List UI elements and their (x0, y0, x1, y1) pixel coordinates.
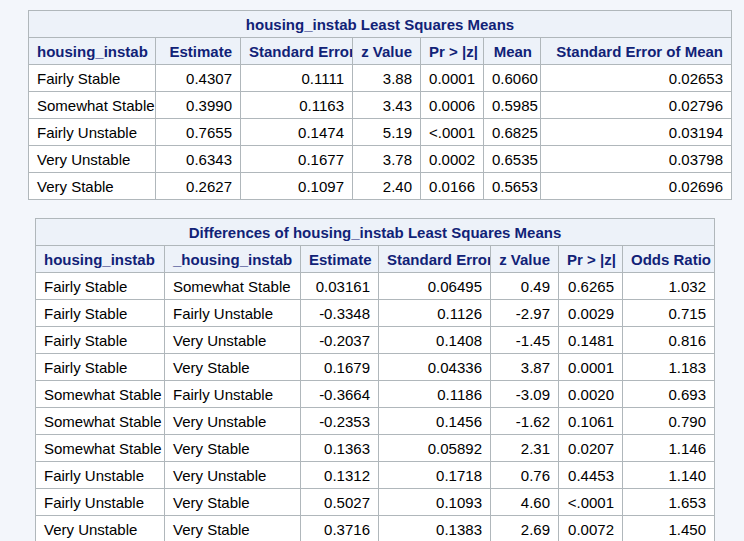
table-cell: 0.49 (491, 273, 559, 300)
column-header: Pr > |z| (421, 38, 484, 65)
table-cell: 0.5985 (484, 92, 541, 119)
table-cell: 1.183 (623, 354, 715, 381)
table-cell: 0.1186 (379, 381, 491, 408)
table-cell: 5.19 (353, 119, 421, 146)
column-header: Standard Error (379, 246, 491, 273)
table-row: Fairly UnstableVery Stable0.50270.10934.… (36, 489, 715, 516)
table-row: Somewhat StableFairly Unstable-0.36640.1… (36, 381, 715, 408)
table-cell: 4.60 (491, 489, 559, 516)
table-cell: 0.3716 (301, 516, 379, 541)
table-cell: <.0001 (421, 119, 484, 146)
table-cell: Fairly Unstable (165, 381, 301, 408)
column-header: z Value (491, 246, 559, 273)
table-cell: Very Stable (165, 516, 301, 541)
table-cell: 0.0001 (559, 354, 623, 381)
table-row: Fairly Stable0.43070.11113.880.00010.606… (29, 65, 732, 92)
table-cell: 2.69 (491, 516, 559, 541)
table-cell: 0.03798 (541, 146, 732, 173)
table-cell: Very Unstable (36, 516, 165, 541)
table-cell: 0.1456 (379, 408, 491, 435)
table-cell: 0.0020 (559, 381, 623, 408)
results-page: housing_instab Least Squares Meanshousin… (0, 0, 744, 541)
table-cell: 0.06495 (379, 273, 491, 300)
table-row: Fairly StableSomewhat Stable0.031610.064… (36, 273, 715, 300)
column-header: Estimate (156, 38, 241, 65)
table-cell: 0.6343 (156, 146, 241, 173)
table-cell: Fairly Stable (36, 273, 165, 300)
table-cell: 0.05892 (379, 435, 491, 462)
table-cell: Fairly Unstable (36, 462, 165, 489)
table-cell: Very Unstable (165, 327, 301, 354)
table-cell: Somewhat Stable (165, 273, 301, 300)
table-cell: -0.3664 (301, 381, 379, 408)
table-cell: 0.1383 (379, 516, 491, 541)
table-cell: Fairly Stable (36, 354, 165, 381)
table-cell: 0.02653 (541, 65, 732, 92)
table-cell: 1.146 (623, 435, 715, 462)
table-cell: 0.4453 (559, 462, 623, 489)
column-header: housing_instab (29, 38, 156, 65)
table-cell: 0.1126 (379, 300, 491, 327)
table-cell: 0.03194 (541, 119, 732, 146)
table-row: Somewhat StableVery Stable0.13630.058922… (36, 435, 715, 462)
column-header: Estimate (301, 246, 379, 273)
table-cell: 0.0001 (421, 65, 484, 92)
table-cell: 0.6060 (484, 65, 541, 92)
table-cell: 0.1111 (241, 65, 353, 92)
table-cell: 0.04336 (379, 354, 491, 381)
table-cell: 1.140 (623, 462, 715, 489)
column-header: Standard Error of Mean (541, 38, 732, 65)
table-cell: 0.3990 (156, 92, 241, 119)
table-cell: 3.87 (491, 354, 559, 381)
table-cell: 0.03161 (301, 273, 379, 300)
table-row: Fairly StableVery Stable0.16790.043363.8… (36, 354, 715, 381)
table-cell: 0.693 (623, 381, 715, 408)
column-header: Odds Ratio (623, 246, 715, 273)
table-cell: 0.5653 (484, 173, 541, 200)
table-cell: Somewhat Stable (36, 435, 165, 462)
table-cell: 0.0072 (559, 516, 623, 541)
table-cell: Fairly Unstable (165, 300, 301, 327)
table-cell: 0.1718 (379, 462, 491, 489)
table-cell: 2.31 (491, 435, 559, 462)
table-cell: 0.6535 (484, 146, 541, 173)
table-cell: 0.0006 (421, 92, 484, 119)
table-cell: 3.43 (353, 92, 421, 119)
table-header-row: housing_instab_housing_instabEstimateSta… (36, 246, 715, 273)
column-header: Standard Error (241, 38, 353, 65)
table-cell: 0.1061 (559, 408, 623, 435)
table-cell: Very Stable (165, 435, 301, 462)
table-cell: 0.1093 (379, 489, 491, 516)
column-header: Mean (484, 38, 541, 65)
table-cell: Very Unstable (29, 146, 156, 173)
table-cell: 0.6825 (484, 119, 541, 146)
lsmeans-differences-table: Differences of housing_instab Least Squa… (35, 218, 715, 541)
table-cell: Somewhat Stable (29, 92, 156, 119)
table-cell: Fairly Stable (36, 327, 165, 354)
table-cell: 0.1474 (241, 119, 353, 146)
table-row: Fairly Unstable0.76550.14745.19<.00010.6… (29, 119, 732, 146)
table-row: Very Unstable0.63430.16773.780.00020.653… (29, 146, 732, 173)
table-cell: 0.0029 (559, 300, 623, 327)
table-cell: 0.02696 (541, 173, 732, 200)
table-header-row: housing_instabEstimateStandard Errorz Va… (29, 38, 732, 65)
table-row: Fairly StableVery Unstable-0.20370.1408-… (36, 327, 715, 354)
table-row: Very Stable0.26270.10972.400.01660.56530… (29, 173, 732, 200)
table-cell: Fairly Stable (36, 300, 165, 327)
table-cell: 0.0166 (421, 173, 484, 200)
table-cell: -0.2037 (301, 327, 379, 354)
table-cell: 0.1097 (241, 173, 353, 200)
table-title-row: housing_instab Least Squares Means (29, 11, 732, 38)
table-cell: 0.1679 (301, 354, 379, 381)
table-cell: 3.88 (353, 65, 421, 92)
table-cell: 0.1163 (241, 92, 353, 119)
table-cell: 0.1408 (379, 327, 491, 354)
table-cell: 0.1677 (241, 146, 353, 173)
table-row: Very UnstableVery Stable0.37160.13832.69… (36, 516, 715, 541)
table-cell: 0.4307 (156, 65, 241, 92)
table-cell: Very Unstable (165, 462, 301, 489)
table-cell: 0.0207 (559, 435, 623, 462)
table-row: Somewhat StableVery Unstable-0.23530.145… (36, 408, 715, 435)
table-cell: 2.40 (353, 173, 421, 200)
table-row: Fairly UnstableVery Unstable0.13120.1718… (36, 462, 715, 489)
